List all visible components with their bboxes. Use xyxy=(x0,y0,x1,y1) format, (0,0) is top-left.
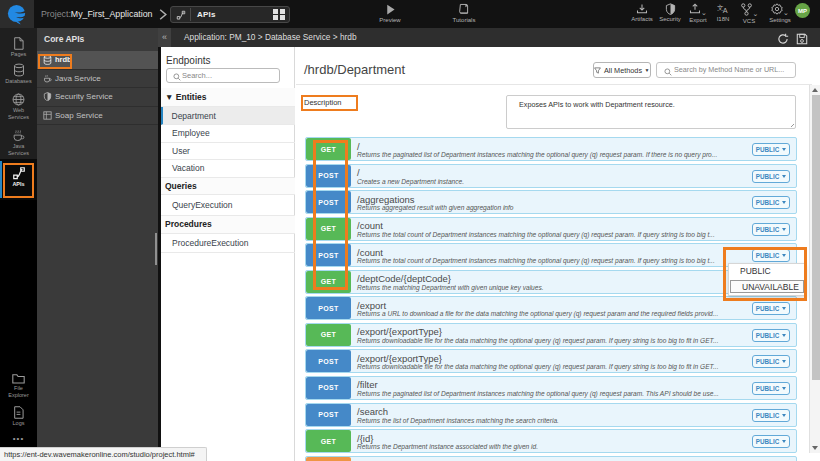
svg-text:A: A xyxy=(722,6,727,15)
